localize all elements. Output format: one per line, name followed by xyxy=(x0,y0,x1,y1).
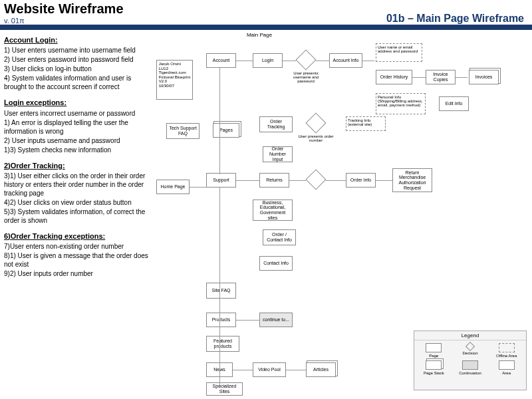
info-box: Jacob Orsini LU12 Tigerdirect.com Fictio… xyxy=(156,60,193,100)
legend-item: Page Stack xyxy=(417,360,451,375)
doc-title: Website Wireframe xyxy=(4,1,124,17)
node-username: User name or email address and password xyxy=(376,43,422,62)
node-order-tracking: Order Tracking xyxy=(259,116,293,132)
connector xyxy=(236,320,259,321)
connector xyxy=(362,61,374,61)
section-account-login: Account Login: 1) User enters username i… xyxy=(4,35,149,91)
label-main-page: Main Page xyxy=(239,31,279,40)
connector xyxy=(316,61,329,61)
sidebar: Account Login: 1) User enters username i… xyxy=(0,30,153,396)
node-order-history: Order History xyxy=(376,70,412,84)
connector xyxy=(233,370,253,370)
decision-login-label: User presents username and password xyxy=(286,71,326,83)
decision-order xyxy=(306,113,326,133)
legend-title: Legend xyxy=(414,331,526,340)
section-title: Account Login: xyxy=(4,35,149,45)
node-order-number: Order Number Input xyxy=(263,146,293,162)
connector xyxy=(376,180,392,181)
node-order-contact: Order / Contact Info xyxy=(263,229,296,245)
decision-rma xyxy=(306,170,326,190)
connector xyxy=(236,180,259,181)
node-login: Login xyxy=(253,53,283,68)
item: 5)3) System validates information, of co… xyxy=(4,207,149,225)
connector xyxy=(283,61,296,61)
node-order-info: Order Info xyxy=(346,173,376,188)
decision-order-label: User presents order number xyxy=(296,134,336,142)
node-invoices: Invoices xyxy=(469,70,499,84)
legend: Legend Page Decision Offline Area Page S… xyxy=(414,331,527,390)
node-pages: Pages xyxy=(213,123,239,138)
legend-item: Offline Area xyxy=(489,343,523,358)
connector xyxy=(286,370,306,370)
node-invoice-copies: Invoice Copies xyxy=(426,70,456,84)
node-specialized: Specialized Sites xyxy=(206,382,243,396)
connector xyxy=(236,61,253,61)
section-title: Login exceptions: xyxy=(4,98,149,107)
header: Website Wireframe v. 01π 01b – Main Page… xyxy=(0,0,532,29)
node-business: Business, Educational, Government sites xyxy=(253,200,293,221)
item: 4) System validates information and user… xyxy=(4,74,149,91)
content: Account Login: 1) User enters username i… xyxy=(0,30,532,396)
node-continue: continue to... xyxy=(259,313,293,327)
node-personal-info: Personal Info (Shipping/Billing address,… xyxy=(376,93,426,114)
section-order-tracking-exceptions: 6)Order Tracking exceptions: 7)User ente… xyxy=(4,231,149,278)
connector xyxy=(412,77,426,78)
connector xyxy=(456,77,467,78)
item: 7)User enters non-existing order number xyxy=(4,242,149,251)
section-login-exceptions: Login exceptions: User enters incorrect … xyxy=(4,98,149,154)
item: 2) User inputs username and password xyxy=(4,136,149,145)
node-support: Support xyxy=(206,173,236,188)
item: 1) An error is displayed telling the use… xyxy=(4,118,149,136)
connector xyxy=(219,188,220,387)
item: 2) User enters password into password fi… xyxy=(4,55,149,64)
node-articles: Articles xyxy=(306,362,336,377)
connector xyxy=(190,187,206,188)
connector xyxy=(219,68,220,174)
legend-item: Page xyxy=(417,343,451,358)
item: 4)2) User clicks on view order status bu… xyxy=(4,198,149,207)
node-account: Account xyxy=(206,53,236,68)
node-site-faq: Site FAQ xyxy=(206,283,236,299)
node-contact-info: Contact Info xyxy=(259,256,293,271)
item: 1)3) System checks new information xyxy=(4,146,149,154)
node-home-page: Home Page xyxy=(156,180,190,194)
diagram-area: Main Page Jacob Orsini LU12 Tigerdirect.… xyxy=(153,30,532,396)
header-left: Website Wireframe v. 01π xyxy=(4,1,124,25)
section-title: 6)Order Tracking exceptions: xyxy=(4,231,149,241)
decision-login xyxy=(296,50,316,70)
item: 9)2) User inputs order number xyxy=(4,269,149,278)
node-tracking-info: Tracking Info (external site) xyxy=(346,116,386,131)
item: 1) User enters username into username fi… xyxy=(4,46,149,55)
section-order-tracking: 2)Order Tracking: 3)1) User either click… xyxy=(4,161,149,225)
connector xyxy=(326,180,346,181)
node-featured: Featured products xyxy=(206,336,239,352)
node-account-info: Account Info xyxy=(329,53,362,68)
item: 8)1) User is given a message that the or… xyxy=(4,251,149,269)
legend-item: Area xyxy=(489,360,523,375)
node-products: Products xyxy=(206,313,236,327)
legend-item: Continuation xyxy=(454,360,487,375)
node-edit-info: Edit Info xyxy=(439,96,469,111)
legend-item: Decision xyxy=(454,343,487,358)
node-tech-support: Tech Support FAQ xyxy=(166,123,200,139)
page-title: 01b – Main Page Wireframe xyxy=(386,13,528,25)
doc-version: v. 01π xyxy=(4,17,124,25)
node-returns: Returns xyxy=(259,173,289,188)
item: 3)1) User either clicks on the order in … xyxy=(4,172,149,198)
connector xyxy=(289,180,306,181)
node-video: Video Pool xyxy=(253,362,286,377)
item: 3) User clicks on log-in button xyxy=(4,65,149,73)
item: User enters incorrect username or passwo… xyxy=(4,109,149,118)
section-title: 2)Order Tracking: xyxy=(4,161,149,170)
node-rma: Return Merchandise Authorization Request xyxy=(392,168,432,192)
